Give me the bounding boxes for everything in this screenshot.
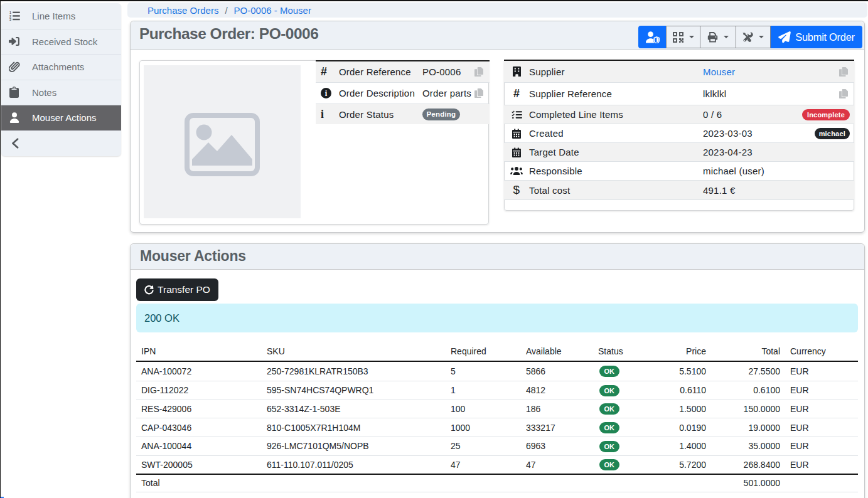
svg-text:3: 3	[9, 18, 11, 21]
svg-text:i: i	[325, 89, 328, 98]
